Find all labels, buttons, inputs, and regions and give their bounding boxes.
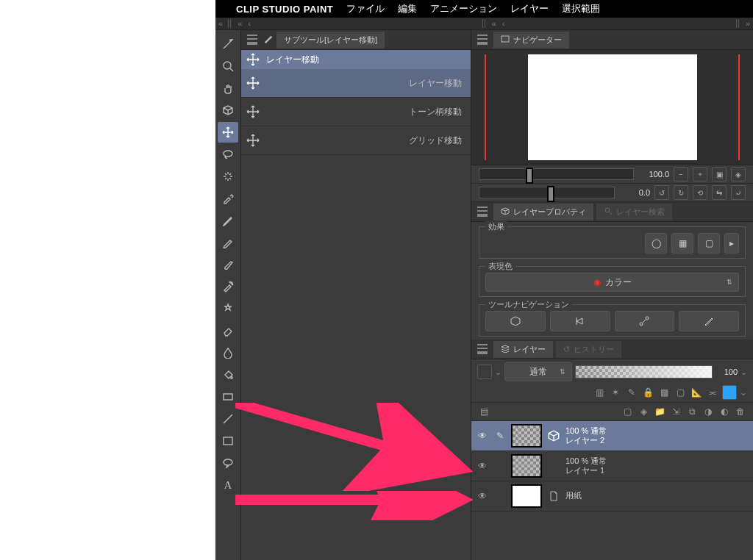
rotate-ccw-button[interactable]: ↺: [654, 185, 669, 200]
toolnav-light-button[interactable]: [615, 311, 675, 331]
clip-mask-button[interactable]: ▥: [593, 386, 606, 399]
dock-grip-2[interactable]: [482, 19, 487, 28]
tone-effect-button[interactable]: ▦: [671, 233, 693, 254]
pen-tool[interactable]: [218, 210, 238, 231]
magnifier-tool[interactable]: [218, 56, 238, 76]
move-icon: [246, 133, 260, 148]
airbrush-tool[interactable]: [218, 276, 238, 297]
layer-row-vector[interactable]: 👁 ✎ 100 % 通常 レイヤー 2: [471, 421, 753, 451]
layer-thumbnail[interactable]: [511, 424, 542, 448]
reference-layer-button[interactable]: ✶: [609, 386, 622, 399]
blendmode-dropdown[interactable]: 通常 ⇅: [504, 362, 572, 381]
layer-row-paper[interactable]: 👁 用紙: [471, 481, 753, 511]
subtool-group-header[interactable]: レイヤー移動: [241, 50, 471, 69]
transfer-down-button[interactable]: ⇲: [669, 405, 682, 418]
layerprop-menu-icon[interactable]: [477, 207, 488, 217]
lock-transparent-button[interactable]: ▩: [657, 386, 671, 399]
new-vector-layer-button[interactable]: ◈: [637, 405, 650, 418]
link-button[interactable]: ⫘: [706, 386, 719, 399]
new-folder-button[interactable]: 📁: [653, 405, 666, 418]
fill-tool[interactable]: [218, 365, 238, 385]
menu-selection[interactable]: 選択範囲: [562, 2, 600, 15]
delete-layer-button[interactable]: 🗑: [734, 405, 747, 418]
flip-v-button[interactable]: ⤾: [731, 185, 746, 200]
annotation-vector-label: ベクター用レイヤー: [18, 390, 208, 417]
lock-button[interactable]: 🔒: [641, 386, 654, 399]
history-tab[interactable]: ↺ ヒストリー: [556, 341, 621, 358]
mask-enable-button[interactable]: ▢: [674, 386, 687, 399]
dock-left-collapse[interactable]: «: [215, 19, 226, 28]
subtool-menu-icon[interactable]: [247, 35, 257, 45]
layers-menu-icon[interactable]: [477, 344, 488, 354]
brush-tool[interactable]: [218, 254, 238, 275]
magic-wand-tool[interactable]: [218, 166, 238, 187]
object-tool[interactable]: [218, 100, 238, 121]
rotate-cw-button[interactable]: ↻: [674, 185, 688, 200]
svg-rect-9: [502, 36, 509, 42]
create-mask-button[interactable]: ◑: [702, 405, 715, 418]
app-name[interactable]: CLIP STUDIO PAINT: [236, 4, 333, 15]
menu-animation[interactable]: アニメーション: [430, 2, 497, 15]
layer-color-button[interactable]: [722, 385, 737, 400]
navigator-tab[interactable]: ナビゲーター: [493, 32, 569, 49]
navigator-canvas[interactable]: [471, 50, 753, 165]
pencil-tool[interactable]: [218, 232, 238, 253]
new-raster-layer-button[interactable]: ▢: [621, 405, 634, 418]
blend-tool[interactable]: [218, 342, 238, 363]
colormode-legend: 表現色: [485, 261, 515, 272]
svg-rect-6: [224, 394, 232, 400]
toolnav-object-button[interactable]: [485, 311, 546, 331]
subtool-item-tone-move[interactable]: トーン柄移動: [241, 98, 471, 126]
effect-expand-button[interactable]: ▸: [724, 233, 739, 254]
dock-left-collapse-2[interactable]: «: [235, 19, 245, 28]
ruler-visible-button[interactable]: 📐: [690, 386, 703, 399]
zoom-in-button[interactable]: ＋: [693, 167, 707, 182]
zoom-out-button[interactable]: −: [674, 167, 688, 182]
opacity-slider[interactable]: [575, 365, 713, 378]
layer-thumbnail[interactable]: [511, 454, 542, 478]
dock-right-expand[interactable]: »: [743, 19, 753, 28]
colormode-dropdown[interactable]: ◉ カラー ⇅: [485, 273, 739, 292]
flip-h-button[interactable]: ⇆: [712, 185, 727, 200]
menu-file[interactable]: ファイル: [346, 2, 385, 15]
draft-layer-button[interactable]: ✎: [625, 386, 638, 399]
layer-row-raster[interactable]: 👁 100 % 通常 レイヤー 1: [471, 451, 753, 481]
fit-screen-button[interactable]: ▣: [712, 167, 727, 182]
layerprop-header: レイヤープロパティ レイヤー検索: [471, 202, 753, 222]
actual-size-button[interactable]: ◈: [731, 167, 746, 182]
apply-mask-button[interactable]: ◐: [718, 405, 731, 418]
opacity-caret-icon[interactable]: ⌄: [740, 367, 747, 377]
hand-tool[interactable]: [218, 78, 238, 98]
toolnav-camera-button[interactable]: [550, 311, 610, 331]
dock-grip[interactable]: [228, 19, 232, 28]
palette-caret-icon[interactable]: ⌄: [495, 367, 502, 377]
dock-mid-prev[interactable]: ‹: [499, 19, 508, 28]
subtool-item-grid-move[interactable]: グリッド移動: [241, 126, 471, 155]
menu-layer[interactable]: レイヤー: [510, 2, 549, 15]
palette-color-button[interactable]: [477, 365, 492, 379]
layer-thumbnail[interactable]: [511, 484, 542, 508]
toolnav-brush-button[interactable]: [679, 311, 739, 331]
dock-grip-3[interactable]: [736, 19, 740, 28]
layercolor-effect-button[interactable]: ▢: [698, 233, 720, 254]
subtool-item-layer-move[interactable]: レイヤー移動: [241, 69, 471, 98]
layers-tab[interactable]: レイヤー: [493, 341, 553, 358]
rotate-slider[interactable]: [479, 187, 615, 198]
dock-left-prev[interactable]: ‹: [245, 19, 254, 28]
move-layer-tool[interactable]: [218, 122, 238, 143]
reset-rotate-button[interactable]: ⟲: [693, 185, 707, 200]
lasso-tool[interactable]: [218, 144, 238, 165]
zoom-slider[interactable]: [479, 168, 634, 180]
menu-edit[interactable]: 編集: [398, 2, 417, 15]
border-effect-button[interactable]: ◯: [645, 233, 667, 254]
navigator-menu-icon[interactable]: [477, 35, 488, 45]
eraser-tool[interactable]: [218, 320, 238, 341]
merge-down-button[interactable]: ⧉: [685, 405, 699, 418]
eyedropper-tool[interactable]: [218, 188, 238, 209]
subtool-tab[interactable]: サブツール[レイヤー移動]: [276, 32, 385, 49]
dock-mid-collapse[interactable]: «: [489, 19, 499, 28]
layer-color-caret[interactable]: ⌄: [740, 387, 747, 398]
decoration-tool[interactable]: [218, 298, 238, 319]
layerprop-tab[interactable]: レイヤープロパティ: [493, 204, 593, 220]
layersearch-tab[interactable]: レイヤー検索: [596, 204, 672, 220]
